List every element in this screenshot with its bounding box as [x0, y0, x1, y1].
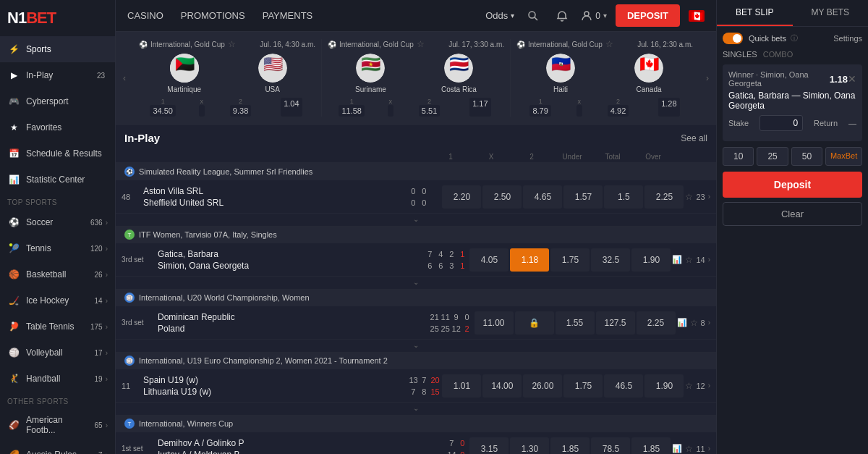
- sidebar-item-favorites[interactable]: ★ Favorites: [0, 114, 115, 140]
- sidebar-item-handball[interactable]: 🤾 Handball 19 ›: [0, 366, 115, 392]
- odd-total[interactable]: 78.5: [591, 437, 630, 455]
- odd-value-extra[interactable]: 1.04: [281, 98, 302, 117]
- sidebar-item-tabletennis[interactable]: 🏓 Table Tennis 175 ›: [0, 314, 115, 340]
- sidebar-item-schedule[interactable]: 📅 Schedule & Results: [0, 140, 115, 167]
- search-button[interactable]: [523, 6, 543, 26]
- odd-value-2[interactable]: 9.38: [230, 105, 251, 117]
- odd-home[interactable]: 2.20: [442, 185, 481, 209]
- sidebar-item-icehockey[interactable]: 🏒 Ice Hockey 14 ›: [0, 287, 115, 314]
- carousel-prev[interactable]: ‹: [116, 73, 133, 83]
- odd-over[interactable]: 2.25: [644, 185, 684, 209]
- chart-icon[interactable]: 📊: [672, 444, 682, 453]
- odd-value-2[interactable]: 4.92: [608, 105, 629, 117]
- odd-under[interactable]: 1.57: [563, 185, 603, 209]
- clear-button[interactable]: Clear: [723, 202, 862, 226]
- odd-away[interactable]: 1.18: [510, 248, 549, 272]
- odd-under[interactable]: 1.85: [550, 437, 590, 455]
- notifications-button[interactable]: [552, 6, 572, 26]
- stake-input[interactable]: [760, 115, 803, 131]
- odd-under[interactable]: 1.55: [556, 311, 595, 335]
- chart-icon[interactable]: 📊: [677, 318, 687, 327]
- odd-value-x[interactable]: [576, 105, 582, 117]
- odd-draw[interactable]: 14.00: [482, 374, 522, 398]
- deposit-button[interactable]: DEPOSIT: [616, 4, 680, 27]
- chevron-right-icon[interactable]: ›: [708, 256, 710, 264]
- chevron-down-icon[interactable]: ⌄: [413, 215, 419, 223]
- odd-total[interactable]: 1.5: [604, 185, 643, 209]
- odd-under[interactable]: 1.75: [563, 374, 603, 398]
- sidebar-item-inplay[interactable]: ▶ In-Play 23: [0, 62, 115, 88]
- odd-home[interactable]: 11.00: [475, 311, 514, 335]
- more-count[interactable]: 8: [701, 319, 705, 327]
- combo-label[interactable]: COMBO: [763, 50, 793, 59]
- settings-link[interactable]: Settings: [833, 34, 862, 43]
- nav-promotions[interactable]: PROMOTIONS: [181, 7, 245, 24]
- star-icon[interactable]: ☆: [417, 39, 425, 49]
- odd-value-x[interactable]: [199, 105, 205, 117]
- sidebar-item-soccer[interactable]: ⚽ Soccer 636 ›: [0, 209, 115, 235]
- more-count[interactable]: 23: [696, 193, 705, 201]
- chevron-right-icon[interactable]: ›: [708, 445, 710, 453]
- chevron-down-icon[interactable]: ⌄: [413, 341, 419, 349]
- more-count[interactable]: 12: [696, 382, 705, 390]
- tab-betslip[interactable]: BET SLIP: [717, 0, 793, 26]
- odd-value-1[interactable]: 8.79: [529, 105, 550, 117]
- nav-casino[interactable]: CASINO: [127, 7, 163, 24]
- odd-value-extra[interactable]: 1.17: [469, 98, 490, 117]
- quick-amount-10[interactable]: 10: [723, 147, 754, 166]
- sidebar-item-stats[interactable]: 📊 Statistic Center: [0, 167, 115, 193]
- sidebar-item-cybersport[interactable]: 🎮 Cybersport: [0, 88, 115, 114]
- star-icon[interactable]: ☆: [605, 39, 613, 49]
- tab-mybets[interactable]: MY BETS: [793, 0, 869, 26]
- chevron-down-icon[interactable]: ⌄: [413, 404, 419, 412]
- odd-value-extra[interactable]: 1.28: [658, 98, 679, 117]
- odd-home[interactable]: 3.15: [469, 437, 509, 455]
- odds-selector[interactable]: Odds ▾: [485, 10, 514, 21]
- chevron-down-icon[interactable]: ⌄: [413, 278, 419, 286]
- star-icon[interactable]: ☆: [685, 381, 693, 391]
- chevron-right-icon[interactable]: ›: [708, 193, 710, 201]
- quick-amount-25[interactable]: 25: [757, 147, 788, 166]
- sidebar-item-basketball[interactable]: 🏀 Basketball 26 ›: [0, 261, 115, 287]
- sidebar-item-sports[interactable]: ⚡ Sports: [0, 36, 115, 62]
- odd-total[interactable]: 46.5: [604, 374, 643, 398]
- odd-value-1[interactable]: 11.58: [339, 105, 365, 117]
- star-icon[interactable]: ☆: [685, 192, 693, 202]
- star-icon[interactable]: ☆: [685, 444, 693, 454]
- odd-home[interactable]: 1.01: [442, 374, 481, 398]
- carousel-next[interactable]: ›: [699, 73, 716, 83]
- odd-draw[interactable]: 2.50: [482, 185, 522, 209]
- star-icon[interactable]: ☆: [685, 255, 693, 265]
- sidebar-item-tennis[interactable]: 🎾 Tennis 120 ›: [0, 235, 115, 261]
- odd-value-1[interactable]: 34.50: [150, 105, 176, 117]
- odd-over[interactable]: 1.85: [631, 437, 671, 455]
- odd-under[interactable]: 1.75: [550, 248, 590, 272]
- odd-away[interactable]: 4.65: [523, 185, 562, 209]
- odd-over[interactable]: 1.90: [631, 248, 671, 272]
- odd-away[interactable]: 26.00: [523, 374, 562, 398]
- odd-away[interactable]: 1.30: [510, 437, 549, 455]
- odd-home[interactable]: 4.05: [469, 248, 509, 272]
- sidebar-item-americanfootball[interactable]: 🏈 American Footb... 65 ›: [0, 408, 115, 442]
- language-selector[interactable]: 🇨🇦: [689, 10, 705, 22]
- nav-payments[interactable]: PAYMENTS: [263, 7, 313, 24]
- star-icon[interactable]: ☆: [690, 318, 698, 328]
- quick-bets-toggle[interactable]: [723, 33, 743, 44]
- odd-over[interactable]: 1.90: [644, 374, 684, 398]
- odd-total[interactable]: 127.5: [596, 311, 635, 335]
- more-count[interactable]: 11: [696, 445, 705, 453]
- odd-value-x[interactable]: [388, 105, 393, 117]
- sidebar-item-aussierules[interactable]: 🏉 Aussie Rules 7 ›: [0, 442, 115, 454]
- see-all-link[interactable]: See all: [681, 133, 707, 143]
- odd-value-2[interactable]: 5.51: [419, 105, 440, 117]
- chart-icon[interactable]: 📊: [672, 255, 682, 264]
- chevron-right-icon[interactable]: ›: [708, 319, 710, 327]
- quick-amount-50[interactable]: 50: [791, 147, 822, 166]
- more-count[interactable]: 14: [696, 256, 705, 264]
- chevron-right-icon[interactable]: ›: [708, 382, 710, 390]
- sidebar-item-volleyball[interactable]: 🏐 Volleyball 17 ›: [0, 340, 115, 366]
- user-menu[interactable]: 0 ▾: [581, 10, 607, 22]
- odd-over[interactable]: 2.25: [637, 311, 676, 335]
- deposit-action-button[interactable]: Deposit: [723, 172, 862, 198]
- star-icon[interactable]: ☆: [228, 39, 236, 49]
